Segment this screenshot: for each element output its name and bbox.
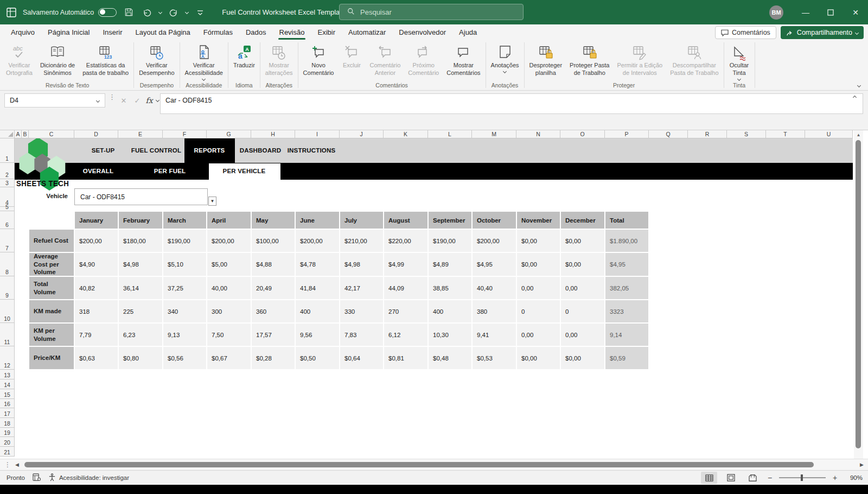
table-cell[interactable]: $0,67 xyxy=(207,346,251,370)
column-header-E[interactable]: E xyxy=(118,130,163,138)
zoom-out-button[interactable]: − xyxy=(766,473,774,482)
row-header-14[interactable]: 14 xyxy=(0,379,15,389)
row-header-18[interactable]: 18 xyxy=(0,418,15,428)
row-header-8[interactable]: 8 xyxy=(0,252,15,276)
table-cell[interactable]: $0,00 xyxy=(560,252,605,276)
table-cell[interactable]: 225 xyxy=(118,300,163,323)
column-header-G[interactable]: G xyxy=(207,130,251,138)
column-header-U[interactable]: U xyxy=(805,130,853,138)
row-header-1[interactable]: 1 xyxy=(0,138,15,163)
table-cell[interactable]: 330 xyxy=(340,300,384,323)
row-header-16[interactable]: 16 xyxy=(0,399,15,408)
table-cell[interactable]: 318 xyxy=(74,300,118,323)
minimize-button[interactable]: — xyxy=(793,0,818,24)
table-cell[interactable]: $0,00 xyxy=(560,229,605,252)
table-cell[interactable]: 37,25 xyxy=(163,276,207,300)
table-cell[interactable]: $0,28 xyxy=(251,346,295,370)
ribbon-button-ocultar-tinta[interactable]: Ocultar Tinta xyxy=(725,42,754,81)
table-cell[interactable]: $200,00 xyxy=(472,229,516,252)
table-cell[interactable]: 400 xyxy=(428,300,472,323)
table-cell[interactable]: 360 xyxy=(251,300,295,323)
table-cell[interactable]: 0,00 xyxy=(516,276,560,300)
table-cell[interactable]: $0,53 xyxy=(472,346,516,370)
normal-view-button[interactable] xyxy=(701,472,717,484)
row-header-11[interactable]: 11 xyxy=(0,323,15,346)
customize-toolbar-icon[interactable] xyxy=(194,6,207,19)
table-cell[interactable]: 7,79 xyxy=(74,323,118,346)
row-header-13[interactable]: 13 xyxy=(0,370,15,379)
column-header-Q[interactable]: Q xyxy=(649,130,688,138)
table-cell[interactable]: 6,12 xyxy=(384,323,428,346)
column-header-I[interactable]: I xyxy=(295,130,340,138)
menu-tab-layout-da-p-gina[interactable]: Layout da Página xyxy=(129,24,197,40)
table-cell[interactable]: 40,00 xyxy=(207,276,251,300)
table-cell[interactable]: $4,89 xyxy=(428,252,472,276)
row-header-15[interactable]: 15 xyxy=(0,389,15,399)
ribbon-button-estat-sticas-da-pasta-de-trabalho[interactable]: 123Estatísticas da pasta de trabalho xyxy=(79,42,132,78)
table-cell[interactable]: 44,09 xyxy=(384,276,428,300)
sub-tab-overall[interactable]: OVERALL xyxy=(83,168,113,174)
zoom-slider[interactable] xyxy=(779,477,826,478)
table-cell[interactable]: 10,30 xyxy=(428,323,472,346)
table-cell[interactable]: 7,83 xyxy=(340,323,384,346)
zoom-in-button[interactable]: + xyxy=(831,473,839,482)
table-cell[interactable]: $0,00 xyxy=(516,346,560,370)
column-header-D[interactable]: D xyxy=(74,130,118,138)
close-button[interactable]: ✕ xyxy=(843,0,868,24)
search-input[interactable]: Pesquisar xyxy=(339,4,524,20)
table-cell[interactable]: 40,40 xyxy=(472,276,516,300)
vehicle-dropdown-icon[interactable]: ▼ xyxy=(208,197,216,206)
table-cell[interactable]: 6,23 xyxy=(118,323,163,346)
namebox-dropdown-icon[interactable] xyxy=(96,98,100,102)
column-header-C[interactable]: C xyxy=(29,130,74,138)
table-cell[interactable]: $1.890,00 xyxy=(605,229,649,252)
table-row-label-km-per-volume[interactable]: KM per Volume xyxy=(29,323,74,346)
row-header-10[interactable]: 10 xyxy=(0,300,15,323)
nav-tab-dashboard[interactable]: DASHBOARD xyxy=(240,147,282,154)
page-break-view-button[interactable] xyxy=(744,472,761,484)
column-header-O[interactable]: O xyxy=(560,130,605,138)
table-cell[interactable]: 382,05 xyxy=(605,276,649,300)
column-header-J[interactable]: J xyxy=(340,130,384,138)
accessibility-icon[interactable] xyxy=(48,473,56,483)
table-cell[interactable]: 41,84 xyxy=(295,276,340,300)
table-column-header-november[interactable]: November xyxy=(516,211,560,229)
table-cell[interactable]: $180,00 xyxy=(118,229,163,252)
table-cell[interactable]: $0,64 xyxy=(340,346,384,370)
column-header-T[interactable]: T xyxy=(766,130,805,138)
table-cell[interactable]: $0,00 xyxy=(516,229,560,252)
row-header-20[interactable]: 20 xyxy=(0,437,15,447)
table-cell[interactable]: 38,85 xyxy=(428,276,472,300)
table-cell[interactable]: 42,17 xyxy=(340,276,384,300)
select-all-corner[interactable] xyxy=(0,130,15,138)
horizontal-scrollbar[interactable]: ⋮ ◀ ▶ xyxy=(0,459,868,470)
menu-tab-dados[interactable]: Dados xyxy=(239,24,273,40)
table-cell[interactable]: $4,95 xyxy=(472,252,516,276)
table-cell[interactable]: $0,48 xyxy=(428,346,472,370)
menu-tab-inserir[interactable]: Inserir xyxy=(96,24,129,40)
row-header-17[interactable]: 17 xyxy=(0,408,15,418)
column-header-N[interactable]: N xyxy=(516,130,560,138)
user-avatar[interactable]: BM xyxy=(769,5,783,20)
redo-button[interactable] xyxy=(167,6,180,19)
table-cell[interactable]: 9,14 xyxy=(605,323,649,346)
ribbon-button-desproteger-planilha[interactable]: Desproteger planilha xyxy=(526,42,566,78)
table-column-header-march[interactable]: March xyxy=(163,211,207,229)
spreadsheet-canvas[interactable]: SET-UPFUEL CONTROLREPORTSDASHBOARDINSTRU… xyxy=(15,138,853,457)
row-header-21[interactable]: 21 xyxy=(0,447,15,457)
table-cell[interactable]: $4,99 xyxy=(384,252,428,276)
table-column-header-july[interactable]: July xyxy=(340,211,384,229)
table-row-label-price-km[interactable]: Price/KM xyxy=(29,346,74,370)
table-cell[interactable]: 20,49 xyxy=(251,276,295,300)
table-cell[interactable]: 9,56 xyxy=(295,323,340,346)
vehicle-select[interactable]: Car - ODF8415 xyxy=(74,188,208,205)
column-header-R[interactable]: R xyxy=(688,130,727,138)
table-cell[interactable]: 9,13 xyxy=(163,323,207,346)
table-row-label-refuel-cost[interactable]: Refuel Cost xyxy=(29,229,74,252)
menu-tab-f-rmulas[interactable]: Fórmulas xyxy=(197,24,239,40)
ribbon-button-verificar-desempenho[interactable]: Verificar Desempenho xyxy=(135,42,178,78)
table-cell[interactable]: 0,00 xyxy=(560,276,605,300)
table-column-header-february[interactable]: February xyxy=(118,211,163,229)
menu-tab-desenvolvedor[interactable]: Desenvolvedor xyxy=(392,24,452,40)
share-button[interactable]: Compartilhamento xyxy=(781,26,864,39)
